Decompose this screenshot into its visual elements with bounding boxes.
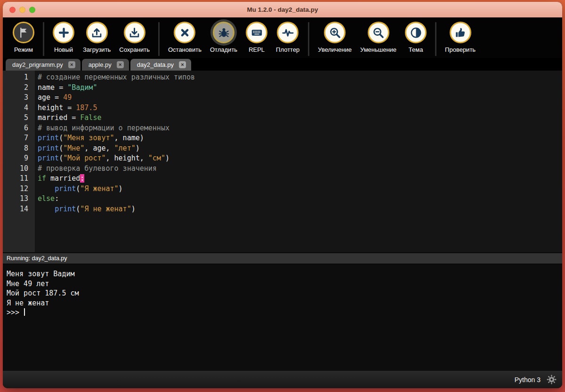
save-button[interactable]: Сохранить — [115, 21, 154, 54]
code-token: married — [46, 174, 80, 183]
code-token: print — [38, 134, 59, 142]
tab-day2_prigramm.py[interactable]: day2_prigramm.py× — [6, 59, 81, 71]
code-token: , age, — [84, 144, 114, 152]
code-token: print — [55, 184, 76, 193]
tab-day2_data.py[interactable]: day2_data.py× — [130, 59, 191, 71]
code-token: ) — [119, 184, 123, 193]
code-area[interactable]: # создание переменных различных типовnam… — [35, 71, 562, 252]
code-line: print("Я женат") — [38, 184, 562, 194]
stop-x-icon — [174, 22, 195, 43]
toolbar-button-label: REPL — [249, 46, 265, 53]
code-token: # создание переменных различных типов — [38, 73, 195, 81]
repl-caret — [24, 308, 25, 316]
code-line: print("Мой рост", height, "см") — [38, 153, 562, 164]
repl-prompt: >>> — [7, 308, 24, 317]
line-number: 2 — [3, 83, 28, 93]
code-line: name = "Вадим" — [38, 83, 562, 93]
mode-button[interactable]: Режим — [8, 21, 39, 54]
code-token: married = — [38, 113, 80, 122]
debug-bug-icon — [213, 22, 234, 43]
stop-button[interactable]: Остановить — [164, 21, 206, 54]
code-line: print("Меня зовут", name) — [38, 133, 562, 144]
code-token: # проверка булевого значения — [38, 164, 157, 173]
toolbar-button-label: Новый — [54, 46, 73, 53]
repl-output-pane[interactable]: Меня зовут ВадимМне 49 летМой рост 187.5… — [3, 264, 562, 371]
close-window-button[interactable] — [9, 7, 16, 13]
line-number: 14 — [3, 204, 28, 215]
desktop-background: Mu 1.2.0 - day2_data.py РежимНовыйЗагруз… — [0, 0, 565, 392]
code-token: ( — [59, 134, 63, 142]
code-token: "см" — [148, 154, 165, 162]
toolbar-button-label: Сохранить — [119, 46, 150, 53]
toolbar-button-label: Загрузить — [83, 46, 111, 53]
line-number: 4 — [3, 103, 28, 113]
code-token: "лет" — [114, 144, 136, 152]
code-token: print — [38, 154, 59, 162]
line-number: 12 — [3, 184, 28, 194]
zoom-in-button[interactable]: Увеличение — [314, 21, 356, 54]
plotter-wave-icon — [277, 22, 299, 43]
tab-close-icon[interactable]: × — [117, 61, 124, 68]
toolbar-button-label: Увеличение — [318, 46, 352, 53]
toolbar-separator — [158, 22, 160, 56]
code-token: ( — [59, 154, 63, 162]
editor-caret-block: : — [80, 174, 84, 183]
zoom-window-button[interactable] — [29, 7, 35, 13]
tab-label: day2_data.py — [137, 61, 174, 68]
status-bar: Python 3 — [3, 371, 562, 388]
code-token: age = — [38, 93, 63, 102]
zoom-out-button[interactable]: Уменьшение — [356, 21, 401, 54]
code-line: married = False — [38, 113, 562, 123]
tab-label: apple.py — [89, 61, 112, 68]
tab-close-icon[interactable]: × — [179, 61, 186, 68]
code-token: "Вадим" — [67, 83, 97, 92]
theme-button[interactable]: Тема — [401, 21, 431, 54]
code-token: "Меня зовут" — [63, 134, 114, 142]
line-number: 10 — [3, 164, 28, 174]
running-status-text: Running: day2_data.py — [7, 255, 67, 262]
toolbar-separator — [308, 22, 309, 56]
tab-apple.py[interactable]: apple.py× — [82, 59, 129, 71]
titlebar: Mu 1.2.0 - day2_data.py — [3, 2, 562, 17]
code-token: ) — [165, 154, 170, 162]
new-button[interactable]: Новый — [48, 21, 79, 54]
line-number: 7 — [3, 133, 28, 144]
code-token: print — [38, 144, 59, 152]
code-token: False — [80, 113, 101, 122]
repl-keyboard-icon — [246, 22, 267, 43]
code-token: "Я не женат" — [80, 205, 131, 213]
code-token: 187.5 — [76, 104, 97, 112]
plotter-button[interactable]: Плоттер — [272, 21, 304, 54]
toolbar-button-label: Тема — [409, 46, 423, 53]
toolbar-button-label: Остановить — [168, 46, 202, 53]
repl-output-line: Мой рост 187.5 см — [7, 288, 562, 298]
code-token: ( — [76, 205, 80, 213]
repl-button[interactable]: REPL — [242, 21, 272, 54]
settings-gear-icon[interactable] — [547, 375, 557, 384]
code-editor[interactable]: 1234567891011121314 # создание переменны… — [3, 71, 562, 252]
toolbar-separator — [43, 22, 44, 56]
load-upload-icon — [86, 22, 108, 43]
zoom-in-icon — [324, 22, 346, 43]
repl-output-line: Мне 49 лет — [7, 279, 562, 289]
tab-close-icon[interactable]: × — [68, 61, 75, 68]
running-status-bar: Running: day2_data.py — [3, 252, 562, 264]
minimize-window-button[interactable] — [19, 7, 25, 13]
check-button[interactable]: Проверить — [441, 21, 480, 54]
code-token — [38, 205, 55, 213]
code-token: # вывод информации о переменных — [38, 124, 170, 132]
code-token: 49 — [63, 93, 72, 102]
repl-output-line: Меня зовут Вадим — [7, 269, 562, 279]
mu-editor-window: Mu 1.2.0 - day2_data.py РежимНовыйЗагруз… — [3, 2, 562, 388]
line-number: 5 — [3, 113, 28, 123]
code-token: else — [38, 194, 55, 203]
code-token: ( — [59, 144, 63, 152]
debug-button[interactable]: Отладить — [206, 21, 242, 54]
code-token: : — [55, 194, 59, 203]
line-number: 13 — [3, 194, 28, 204]
load-button[interactable]: Загрузить — [79, 21, 115, 54]
code-token: "Мой рост" — [63, 154, 105, 162]
code-token: name = — [38, 83, 67, 92]
window-title: Mu 1.2.0 - day2_data.py — [247, 6, 318, 13]
toolbar-button-label: Проверить — [445, 46, 476, 53]
